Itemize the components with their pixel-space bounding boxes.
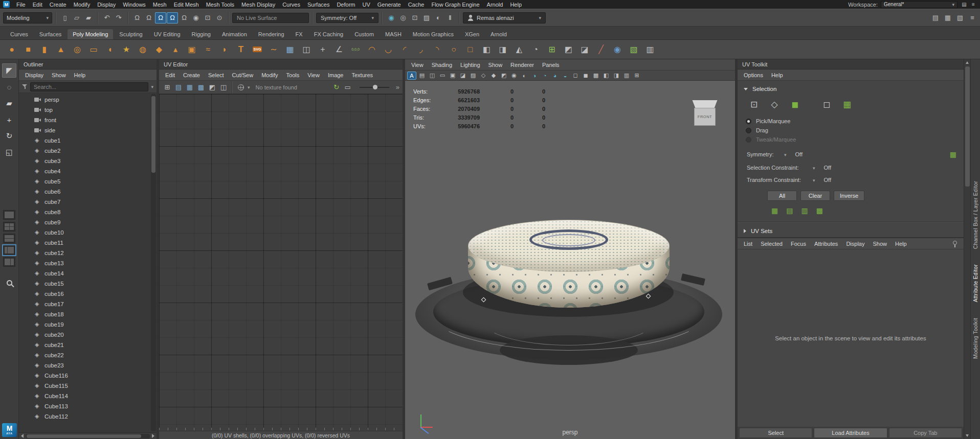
uv-isolate-icon[interactable]: ▤ <box>173 82 184 93</box>
outliner-item[interactable]: top <box>19 105 157 115</box>
screen-space-ao-icon[interactable]: ◑ <box>530 72 539 80</box>
scrollbar-thumb[interactable] <box>965 66 970 187</box>
uv-distortion-icon[interactable]: ◩ <box>207 82 217 93</box>
shadows-icon[interactable]: ◐ <box>520 72 529 80</box>
checker-density-slider[interactable] <box>360 87 389 88</box>
snap-projected-center-icon[interactable]: Ω <box>167 12 178 24</box>
multi-cut-icon[interactable]: ╱ <box>594 42 608 57</box>
attribute-editor-menu-item[interactable]: Help <box>891 240 911 248</box>
separate-icon[interactable]: ◨ <box>496 42 509 57</box>
slider-knob[interactable] <box>373 85 377 89</box>
snap-curve-icon[interactable]: Ω <box>143 12 154 24</box>
insert-edge-loop-icon[interactable]: ▥ <box>643 42 657 57</box>
workspace-selector[interactable]: General* <box>881 1 957 8</box>
layout-stacked-pane[interactable] <box>3 234 15 243</box>
coordinates-icon[interactable]: 0,0,0 <box>349 42 362 57</box>
selection-section-header[interactable]: Selection <box>738 83 964 95</box>
save-scene-icon[interactable]: ▰ <box>83 12 94 24</box>
uv-editor-menu-item[interactable]: Tools <box>282 71 304 79</box>
transform-constraint-dropdown[interactable]: Transform Constraint: Off <box>738 174 964 186</box>
shelf-tab[interactable]: Custom <box>349 29 379 39</box>
uv-checker-icon[interactable]: ▩ <box>196 82 206 93</box>
snap-grid-icon[interactable]: Ω <box>131 12 143 24</box>
attribute-editor-menu-item[interactable]: Selected <box>756 240 787 248</box>
menu-item[interactable]: Deform <box>333 1 359 8</box>
use-all-lights-icon[interactable]: ◉ <box>509 72 519 80</box>
target-weld-icon[interactable]: ◉ <box>611 42 624 57</box>
search-input[interactable] <box>30 82 148 91</box>
outliner-hscrollbar[interactable] <box>19 432 157 439</box>
shelf-tab[interactable]: XGen <box>460 29 484 39</box>
snap-point-icon[interactable]: Ω <box>155 12 166 24</box>
select-shell-icon[interactable]: ▦ <box>840 98 854 110</box>
render-settings-icon[interactable]: ⊡ <box>409 12 420 24</box>
attribute-editor-button[interactable]: Copy Tab <box>889 428 962 438</box>
shelf-tab[interactable]: Motion Graphics <box>408 29 459 39</box>
poly-gear-icon[interactable]: ★ <box>120 42 133 57</box>
select-tool-icon[interactable]: ◤ <box>2 63 16 78</box>
poly-table-icon[interactable]: ▦ <box>283 42 297 57</box>
viewport-menu-item[interactable]: Renderer <box>506 61 538 69</box>
curve-ep-icon[interactable]: ◡ <box>382 42 395 57</box>
menu-item[interactable]: Cache <box>405 1 428 8</box>
bookmark-icon[interactable]: ▭ <box>438 72 447 80</box>
outliner-item[interactable]: cube13 <box>19 258 157 268</box>
locator-icon[interactable]: + <box>316 42 329 57</box>
uv-editor-menu-item[interactable]: Select <box>204 71 228 79</box>
shelf-tab[interactable]: MASH <box>380 29 407 39</box>
poly-cone-icon[interactable]: ▲ <box>54 42 68 57</box>
view-cube-front-face[interactable]: FRONT <box>694 108 716 126</box>
toolbar-overflow-icon[interactable] <box>396 83 399 91</box>
ipr-render-icon[interactable]: ◎ <box>397 12 409 24</box>
workspace-list-icon[interactable]: ▤ <box>961 2 968 7</box>
curve-pencil-icon[interactable]: ◞ <box>414 42 428 57</box>
select-vertex-icon[interactable]: ⊡ <box>747 98 761 110</box>
menu-item[interactable]: Modify <box>70 1 94 8</box>
refresh-icon[interactable]: ↻ <box>331 82 342 93</box>
outliner-item[interactable]: cube17 <box>19 299 157 309</box>
scale-tool-icon[interactable]: ◱ <box>2 145 16 159</box>
attribute-editor-menu-item[interactable]: Focus <box>787 240 810 248</box>
shelf-tab[interactable]: Rigging <box>187 29 216 39</box>
outliner-item[interactable]: cube9 <box>19 217 157 227</box>
menu-item[interactable]: Mesh <box>149 1 170 8</box>
open-scene-icon[interactable]: ▱ <box>71 12 82 24</box>
menu-item[interactable]: Edit Mesh <box>170 1 203 8</box>
poly-plane-icon[interactable]: ▭ <box>87 42 100 57</box>
image-plane-icon[interactable]: ▣ <box>448 72 457 80</box>
toolkit-button[interactable]: Inverse <box>834 191 864 201</box>
construction-plane-icon[interactable]: ◫ <box>300 42 313 57</box>
menu-item[interactable]: Surfaces <box>304 1 333 8</box>
scroll-left-icon[interactable] <box>21 434 24 438</box>
poly-sphere-icon[interactable]: ● <box>5 42 18 57</box>
gamma-icon[interactable]: ◨ <box>612 72 621 80</box>
poly-cylinder-icon[interactable]: ▮ <box>38 42 51 57</box>
poly-torus-icon[interactable]: ◎ <box>71 42 84 57</box>
shaded-icon[interactable]: ◆ <box>489 72 498 80</box>
snap-view-plane-icon[interactable]: Ω <box>179 12 190 24</box>
textured-icon[interactable]: ◩ <box>499 72 508 80</box>
viewport-menu-item[interactable]: Panels <box>538 61 564 69</box>
nurbs-square-icon[interactable]: □ <box>463 42 477 57</box>
curve-bezier-icon[interactable]: ◜ <box>398 42 411 57</box>
outliner-item[interactable]: cube23 <box>19 360 157 371</box>
layout-persp-uv[interactable] <box>3 257 15 267</box>
toolkit-button[interactable]: All <box>767 191 797 201</box>
extrude-icon[interactable]: ⊞ <box>545 42 559 57</box>
snap-together-icon[interactable]: ▤ <box>417 72 427 80</box>
uv-editor-menu-item[interactable]: Modify <box>257 71 282 79</box>
poly-superellipse-icon[interactable]: ◗ <box>218 42 231 57</box>
uv-toolkit-menu-item[interactable]: Help <box>767 71 787 79</box>
attribute-editor-menu-item[interactable]: List <box>740 240 756 248</box>
zoom-tool-icon[interactable] <box>2 275 16 290</box>
toolkit-button[interactable]: Clear <box>800 191 830 201</box>
attribute-editor-menu-item[interactable]: Attributes <box>810 240 842 248</box>
texture-dropdown-icon[interactable] <box>248 84 250 90</box>
outliner-item[interactable]: cube18 <box>19 309 157 319</box>
select-uv-icon[interactable]: ◻ <box>819 98 834 110</box>
symmetry-selector[interactable]: Symmetry: Off <box>316 13 378 23</box>
outliner-scrollbar[interactable] <box>151 94 156 431</box>
poly-soccer-icon[interactable]: ◍ <box>136 42 149 57</box>
light-editor-icon[interactable]: ◐ <box>433 12 444 24</box>
viewport-menu-item[interactable]: Lighting <box>456 61 484 69</box>
